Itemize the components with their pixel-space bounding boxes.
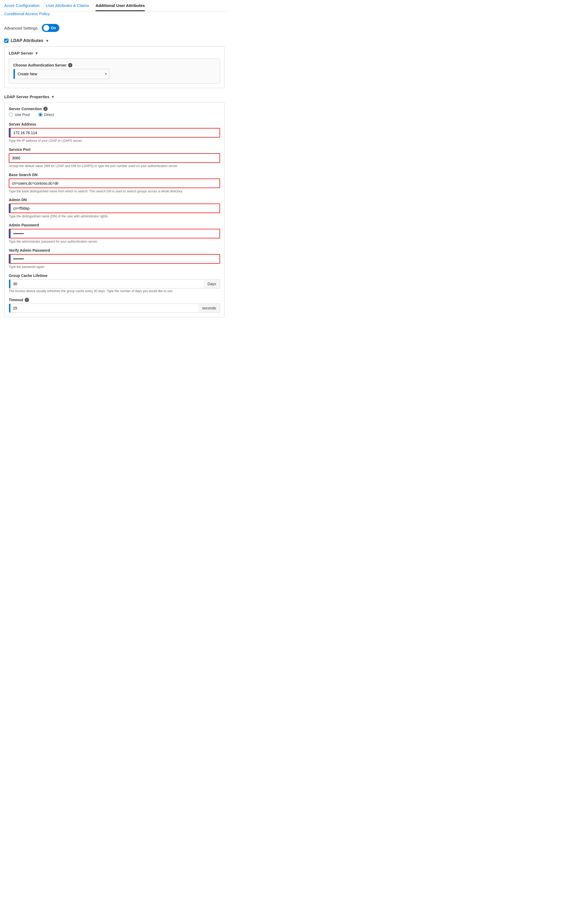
admin-dn-input[interactable] [11, 204, 219, 212]
verify-admin-password-input[interactable] [11, 255, 219, 263]
select-arrow-icon: ▾ [105, 72, 107, 76]
toggle-circle [43, 25, 49, 31]
radio-use-pool[interactable]: Use Pool [9, 112, 30, 117]
radio-use-pool-input[interactable] [9, 112, 13, 117]
choose-auth-server-label: Choose Authentication Server i [13, 63, 216, 67]
base-search-dn-input[interactable] [9, 179, 219, 188]
base-search-dn-label: Base Search DN [9, 173, 220, 177]
ldap-attributes-header: LDAP Attributes ▼ [4, 38, 224, 43]
toggle-label: On [51, 26, 56, 30]
ldap-server-inner-card: Choose Authentication Server i Create Ne… [9, 59, 220, 84]
admin-password-hint: Type the administrator password for your… [9, 239, 220, 244]
timeout-unit: seconds [198, 303, 220, 313]
auth-server-select-container: Create New ▾ [13, 69, 109, 79]
group-cache-lifetime-input-row: Days [9, 279, 220, 288]
main-content: Advanced Settings On LDAP Attributes ▼ L… [0, 19, 229, 327]
server-address-input-wrapper [9, 128, 220, 138]
server-address-group: Server Address Type the IP address of yo… [9, 122, 220, 143]
server-connection-info-icon: i [43, 107, 48, 111]
admin-dn-input-wrapper [9, 204, 220, 213]
ldap-server-chevron-icon[interactable]: ▼ [35, 51, 38, 55]
server-address-hint: Type the IP address of your LDAP or LDAP… [9, 138, 220, 143]
ldap-server-card: LDAP Server ▼ Choose Authentication Serv… [4, 46, 224, 88]
server-connection-radio-group: Use Pool Direct [9, 112, 220, 117]
admin-dn-label: Admin DN [9, 198, 220, 202]
service-port-input-wrapper [9, 153, 220, 163]
tab-conditional-access-policy[interactable]: Conditional Access Policy [4, 12, 50, 19]
base-search-dn-hint: Type the base distinguished name from wh… [9, 189, 220, 194]
admin-password-input-wrapper [9, 229, 220, 238]
advanced-settings-row: Advanced Settings On [4, 24, 224, 32]
admin-dn-hint: Type the distinguished name (DN) of the … [9, 214, 220, 219]
admin-password-group: Admin Password Type the administrator pa… [9, 223, 220, 244]
group-cache-lifetime-hint: The Access device usually refreshes the … [9, 289, 220, 293]
base-search-dn-group: Base Search DN Type the base distinguish… [9, 173, 220, 194]
service-port-hint: Accept the default value (389 for LDAP a… [9, 164, 220, 168]
tab-additional-user-attributes[interactable]: Additional User Attributes [96, 3, 145, 11]
radio-direct[interactable]: Direct [38, 112, 54, 117]
timeout-input-wrapper [9, 303, 198, 313]
ldap-server-header: LDAP Server ▼ [9, 51, 220, 55]
nav-tabs: Azure Configuration User Attributes & Cl… [0, 0, 229, 19]
ldap-server-properties-section: LDAP Server Properties ▼ Server Connecti… [4, 94, 224, 317]
advanced-settings-label: Advanced Settings [4, 26, 38, 30]
group-cache-lifetime-unit: Days [204, 279, 220, 288]
group-cache-lifetime-group: Group Cache Lifetime Days The Access dev… [9, 273, 220, 293]
group-cache-lifetime-input[interactable] [10, 280, 204, 288]
service-port-label: Service Port [9, 147, 220, 152]
tab-user-attributes-claims[interactable]: User Attributes & Claims [46, 3, 89, 11]
radio-direct-input[interactable] [38, 112, 43, 117]
group-cache-lifetime-label: Group Cache Lifetime [9, 273, 220, 278]
admin-dn-group: Admin DN Type the distinguished name (DN… [9, 198, 220, 219]
admin-password-label: Admin Password [9, 223, 220, 227]
service-port-input[interactable] [9, 154, 219, 162]
radio-use-pool-label: Use Pool [15, 112, 30, 117]
verify-admin-password-input-wrapper [9, 254, 220, 264]
timeout-input[interactable] [10, 304, 198, 312]
auth-server-select[interactable]: Create New [15, 69, 105, 79]
ldap-server-properties-header: LDAP Server Properties ▼ [4, 94, 224, 99]
ldap-server-properties-title: LDAP Server Properties [4, 94, 49, 99]
tab-azure-config[interactable]: Azure Configuration [4, 3, 40, 11]
server-address-label: Server Address [9, 122, 220, 126]
admin-password-input[interactable] [11, 229, 219, 238]
server-connection-group: Server Connection i Use Pool Direct [9, 107, 220, 117]
verify-admin-password-hint: Type the password again. [9, 265, 220, 269]
group-cache-lifetime-input-wrapper [9, 279, 204, 288]
radio-direct-label: Direct [44, 112, 54, 117]
ldap-attributes-chevron-icon[interactable]: ▼ [46, 39, 49, 43]
verify-admin-password-group: Verify Admin Password Type the password … [9, 248, 220, 269]
ldap-attributes-title: LDAP Attributes [11, 38, 43, 43]
base-search-dn-input-wrapper [9, 178, 220, 188]
ldap-attributes-checkbox[interactable] [4, 39, 8, 43]
choose-auth-server-info-icon: i [68, 63, 72, 67]
timeout-label: Timeout i [9, 298, 220, 302]
timeout-info-icon: i [25, 298, 29, 302]
ldap-server-title: LDAP Server [9, 51, 33, 55]
advanced-settings-toggle[interactable]: On [42, 24, 59, 32]
ldap-server-properties-chevron-icon[interactable]: ▼ [51, 95, 55, 99]
server-connection-label: Server Connection i [9, 107, 220, 111]
timeout-group: Timeout i seconds [9, 298, 220, 313]
service-port-group: Service Port Accept the default value (3… [9, 147, 220, 168]
timeout-input-row: seconds [9, 303, 220, 313]
ldap-server-properties-card: Server Connection i Use Pool Direct [4, 102, 224, 317]
verify-admin-password-label: Verify Admin Password [9, 248, 220, 252]
server-address-input[interactable] [11, 128, 219, 137]
